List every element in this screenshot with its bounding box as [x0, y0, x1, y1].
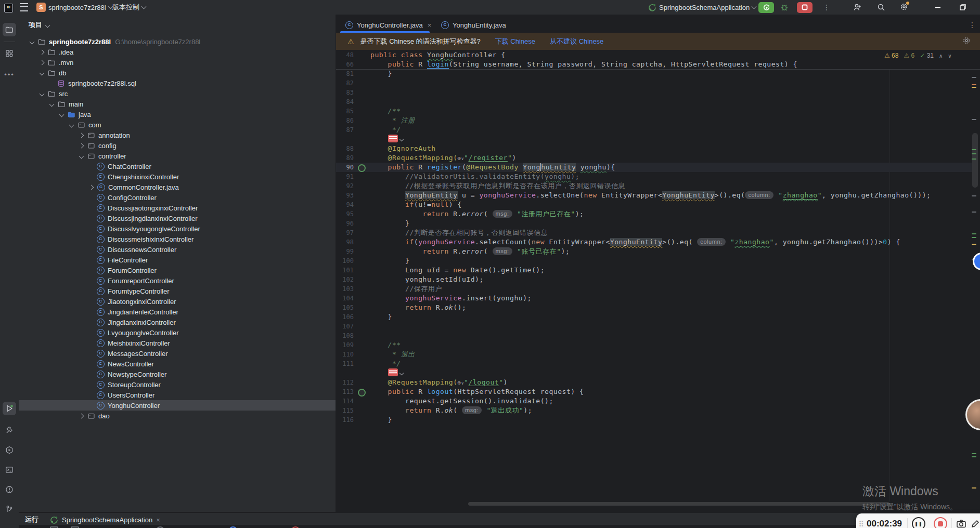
drag-handle-icon[interactable]: •••••• [859, 521, 865, 527]
code-line-85[interactable]: 85 /** [336, 107, 972, 116]
tree-item-controller[interactable]: controller [19, 151, 336, 161]
chevron-collapsed-icon[interactable] [89, 184, 94, 190]
tree-item-com[interactable]: com [19, 120, 336, 130]
tree-item-discussjingdianxinxicontroller[interactable]: CDiscussjingdianxinxiController [19, 213, 336, 223]
code-line-98[interactable]: 98 if(yonghuService.selectCount(new Enti… [336, 237, 972, 247]
tree-item-jiaotongxinxicontroller[interactable]: CJiaotongxinxiController [19, 296, 336, 307]
chevron-collapsed-icon[interactable] [79, 143, 84, 148]
tree-item-userscontroller[interactable]: CUsersController [19, 390, 336, 400]
code-line-95[interactable]: 95 return R.error( msg: "注册用户已存在"); [336, 209, 972, 219]
horizontal-scrollbar[interactable] [468, 502, 889, 506]
tree-item-yonghucontroller[interactable]: CYonghuController [19, 400, 336, 411]
terminal-tool-button[interactable] [3, 463, 16, 477]
annotate-button[interactable] [971, 519, 980, 528]
vertical-scrollbar[interactable] [972, 133, 978, 188]
code-line-81[interactable]: 81 } [336, 69, 972, 78]
code-line-115[interactable]: 115 return R.ok( msg: "退出成功"); [336, 406, 972, 415]
tree-item--mvn[interactable]: .mvn [19, 57, 336, 68]
api-plugin-icon[interactable] [388, 368, 398, 376]
chevron-down-icon[interactable] [399, 371, 403, 375]
code-with-me-button[interactable] [853, 0, 861, 15]
build-tool-button[interactable] [3, 424, 16, 437]
tree-item-java[interactable]: java [19, 109, 336, 120]
code-line-96[interactable]: 96 } [336, 219, 972, 228]
tab-bar-options-button[interactable]: ⋮ [963, 17, 980, 33]
chevron-expanded-icon[interactable] [59, 112, 65, 117]
api-annotation-inlay-row[interactable] [336, 368, 972, 378]
api-annotation-inlay-row[interactable] [336, 135, 972, 144]
code-line-94[interactable]: 94 if(u!=null) { [336, 200, 972, 209]
tree-item-db[interactable]: db [19, 68, 336, 78]
code-line-110[interactable]: 110 * 退出 [336, 350, 972, 359]
code-line-108[interactable]: 108 [336, 331, 972, 340]
tree-item--idea[interactable]: .idea [19, 47, 336, 57]
code-line-111[interactable]: 111 */ [336, 359, 972, 368]
code-line-87[interactable]: 87 */ [336, 125, 972, 135]
never-suggest-link[interactable]: 从不建议 Chinese [550, 37, 603, 46]
code-editor-area[interactable]: 81 }82838485 /**86 * 注册87 */ 88 @IgnoreA… [336, 69, 972, 433]
code-line-91[interactable]: 91 //ValidatorUtils.validateEntity(yongh… [336, 172, 972, 181]
chevron-expanded-icon[interactable] [30, 39, 35, 44]
code-line-82[interactable]: 82 [336, 78, 972, 88]
tree-item-discussnewscontroller[interactable]: CDiscussnewsController [19, 244, 336, 255]
run-tab[interactable]: SpringbootSchemaApplication × [50, 516, 160, 524]
code-line-90[interactable]: 90 public R register(@RequestBody Yonghu… [336, 163, 972, 172]
code-line-103[interactable]: 103 //保存用户 [336, 284, 972, 294]
tree-item-springboote7z2r88l-sql[interactable]: springboote7z2r88l.sql [19, 78, 336, 88]
tab-yonghucontroller[interactable]: C YonghuController.java × [340, 17, 436, 33]
chevron-expanded-icon[interactable] [79, 153, 84, 159]
code-line-104[interactable]: 104 yonghuService.insert(yonghu); [336, 294, 972, 303]
tree-item-src[interactable]: src [19, 88, 336, 99]
screenshot-button[interactable] [956, 519, 966, 528]
code-line-106[interactable]: 106 } [336, 312, 972, 322]
tree-item-commoncontroller-java[interactable]: CCommonController.java [19, 182, 336, 192]
code-line-114[interactable]: 114 request.getSession().invalidate(); [336, 397, 972, 406]
code-line-105[interactable]: 105 return R.ok(); [336, 303, 972, 312]
code-line-48[interactable]: 48public class YonghuController { [336, 50, 980, 60]
code-line-83[interactable]: 83 [336, 88, 972, 97]
chevron-collapsed-icon[interactable] [40, 60, 45, 65]
code-line-102[interactable]: 102 yonghu.setId(uId); [336, 275, 972, 284]
chevron-down-icon[interactable] [399, 137, 403, 141]
chevron-expanded-icon[interactable] [40, 91, 45, 96]
api-plugin-icon[interactable] [388, 135, 398, 142]
run-configuration-widget[interactable]: SpringbootSchemaApplication [648, 0, 756, 15]
tree-item-meishixinxicontroller[interactable]: CMeishixinxiController [19, 338, 336, 348]
tree-item-forumtypecontroller[interactable]: CForumtypeController [19, 286, 336, 296]
code-line-101[interactable]: 101 Long uId = new Date().getTime(); [336, 266, 972, 275]
tree-item-chengshixinxicontroller[interactable]: CChengshixinxiController [19, 171, 336, 182]
tab-yonghuentity[interactable]: C YonghuEntity.java [436, 17, 511, 33]
chevron-collapsed-icon[interactable] [79, 413, 84, 418]
code-line-116[interactable]: 116 } [336, 415, 972, 425]
restore-window-button[interactable] [959, 0, 966, 15]
tree-item-messagescontroller[interactable]: CMessagesController [19, 348, 336, 359]
code-line-97[interactable]: 97 //判断是否存在相同账号，否则返回错误信息 [336, 228, 972, 237]
settings-button[interactable] [900, 0, 908, 15]
tree-item-storeupcontroller[interactable]: CStoreupController [19, 379, 336, 390]
tree-item-forumreportcontroller[interactable]: CForumreportController [19, 275, 336, 286]
stop-button[interactable] [797, 0, 813, 15]
tree-item-springboote7z2r88l[interactable]: springboote7z2r88lG:\home\springboote7z2… [19, 36, 336, 47]
main-menu-button[interactable] [20, 0, 28, 15]
code-line-112[interactable]: 112 @RequestMapping(⊕∨"/logout") [336, 378, 972, 387]
close-icon[interactable]: × [156, 516, 160, 524]
banner-settings-button[interactable] [962, 36, 971, 46]
debug-button[interactable] [780, 0, 789, 15]
problems-tool-button[interactable] [3, 483, 16, 496]
minimize-button[interactable] [934, 0, 942, 15]
vcs-menu-button[interactable]: 版本控制 [112, 0, 146, 15]
code-line-100[interactable]: 100 } [336, 256, 972, 266]
code-line-86[interactable]: 86 * 注册 [336, 116, 972, 125]
code-line-92[interactable]: 92 //根据登录账号获取用户信息判断是否存在该用户，否则返回错误信息 [336, 181, 972, 191]
inspections-widget[interactable]: ⚠ 68 ⚠ 6 ✓ 31 ∧ ∨ [884, 52, 952, 59]
tree-item-newstypecontroller[interactable]: CNewstypeController [19, 369, 336, 379]
tree-item-jingdianxinxicontroller[interactable]: CJingdianxinxiController [19, 317, 336, 327]
stop-recording-button[interactable] [934, 517, 947, 528]
more-tool-windows-button[interactable]: ••• [3, 68, 16, 81]
code-line-66[interactable]: 66 public R login(String username, Strin… [336, 60, 980, 69]
chevron-expanded-icon[interactable] [40, 70, 45, 75]
chevron-expanded-icon[interactable] [49, 101, 55, 107]
tree-item-filecontroller[interactable]: CFileController [19, 255, 336, 265]
tree-item-dao[interactable]: dao [19, 411, 336, 421]
more-actions-button[interactable]: ⋮ [823, 0, 830, 15]
